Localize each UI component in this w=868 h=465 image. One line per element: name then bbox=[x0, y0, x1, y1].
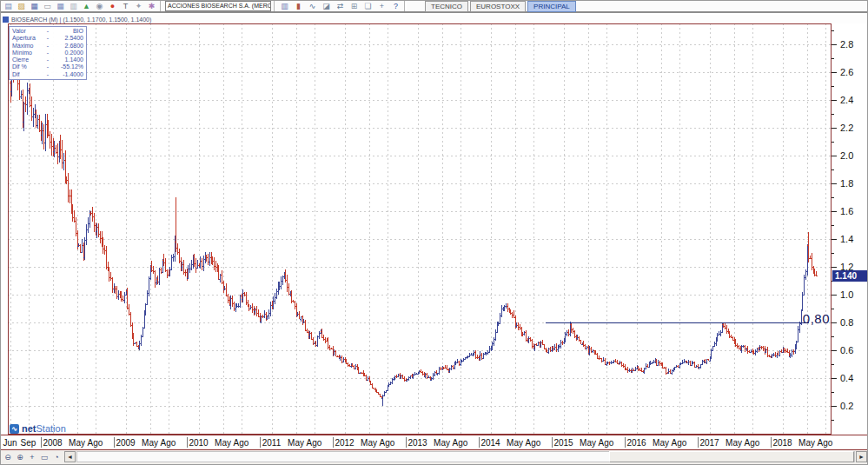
line-chart-icon[interactable]: ∿ bbox=[307, 1, 318, 11]
x-axis-label: May bbox=[653, 438, 669, 448]
x-axis-label: May bbox=[726, 438, 742, 448]
y-axis-label: 1.8 bbox=[840, 178, 866, 189]
info-value: -55.12% bbox=[54, 63, 83, 70]
x-axis-label: Ago bbox=[234, 438, 249, 448]
y-axis-tick bbox=[832, 378, 837, 379]
y-axis-tick bbox=[832, 239, 837, 240]
zoom-in-icon[interactable]: ⊕ bbox=[15, 452, 25, 462]
y-axis-label: 1.6 bbox=[840, 206, 866, 216]
zoom-out-icon[interactable]: ⊖ bbox=[3, 452, 13, 462]
y-axis-tick bbox=[832, 72, 837, 73]
netstation-logo: ∿ netStation bbox=[10, 423, 66, 434]
x-axis-year-separator bbox=[552, 437, 553, 448]
info-dash: - bbox=[42, 63, 54, 70]
link-icon[interactable]: ✱ bbox=[146, 1, 157, 11]
chart-icon-group: ▥▮∿◪⇄⊞❏+? bbox=[279, 1, 401, 11]
info-dash: - bbox=[42, 43, 54, 50]
open-folder-icon[interactable]: ▨ bbox=[16, 1, 27, 11]
tab-tecnico[interactable]: TECNICO bbox=[425, 1, 468, 12]
scroll-right-button[interactable]: ► bbox=[856, 451, 867, 462]
x-axis-label: 2017 bbox=[699, 438, 719, 448]
y-axis-tick bbox=[832, 364, 834, 365]
move-icon[interactable]: + bbox=[27, 452, 37, 462]
print-icon[interactable]: ▭ bbox=[42, 1, 53, 11]
alert-icon[interactable]: ● bbox=[107, 1, 118, 11]
x-axis-label: Ago bbox=[818, 438, 833, 448]
y-axis-tick bbox=[832, 197, 834, 198]
x-axis-year-separator bbox=[114, 437, 115, 448]
x-axis-label: May bbox=[69, 438, 85, 448]
support-line-label[interactable]: 0,80 bbox=[781, 311, 830, 326]
scroll-left-button[interactable]: ◄ bbox=[64, 451, 76, 462]
save-icon[interactable]: ▦ bbox=[29, 1, 40, 11]
tab-principal[interactable]: PRINCIPAL bbox=[527, 1, 576, 12]
info-row: Apertura-2.5400 bbox=[12, 35, 83, 42]
toolbar-separator bbox=[274, 1, 276, 11]
x-axis-label: 2015 bbox=[553, 438, 573, 448]
info-dash: - bbox=[42, 56, 54, 63]
x-axis-year-separator bbox=[479, 437, 480, 448]
y-axis-tick bbox=[832, 211, 837, 212]
x-axis-label: Ago bbox=[380, 438, 395, 448]
y-axis-tick bbox=[832, 156, 837, 156]
crosshair-icon[interactable]: + bbox=[376, 1, 388, 11]
price-chart[interactable] bbox=[8, 23, 832, 435]
copy-icon[interactable]: ▥ bbox=[68, 1, 79, 11]
area-chart-icon[interactable]: ◪ bbox=[321, 1, 332, 11]
info-label: Máximo bbox=[12, 43, 42, 50]
x-axis-label: May bbox=[288, 438, 304, 448]
zoom-back-icon[interactable]: ◔ bbox=[51, 452, 62, 462]
time-scrollbar-thumb[interactable] bbox=[609, 451, 854, 462]
y-axis-tick bbox=[832, 309, 834, 309]
chart-titlebar[interactable]: BIOSEARCH (M) | (1.1500, 1.1700, 1.1500,… bbox=[1, 15, 868, 23]
info-row: Máximo-2.6800 bbox=[12, 43, 83, 50]
y-axis-tick bbox=[832, 169, 834, 170]
layout-grid-icon[interactable]: ⊞ bbox=[348, 1, 360, 11]
x-axis-label: Ago bbox=[453, 438, 468, 448]
x-axis-year-separator bbox=[333, 437, 334, 448]
candles-icon[interactable]: ▮ bbox=[293, 1, 304, 11]
info-dash: - bbox=[42, 35, 54, 42]
comment-icon[interactable]: ❏ bbox=[362, 1, 374, 11]
netstation-logo-icon: ∿ bbox=[10, 424, 19, 434]
info-dash: - bbox=[42, 71, 54, 78]
save-as-icon[interactable]: ▦ bbox=[55, 1, 66, 11]
y-axis-tick bbox=[832, 267, 837, 268]
y-axis-label: 0.6 bbox=[840, 345, 866, 355]
info-value: 2.6800 bbox=[54, 43, 83, 50]
text-tool-icon[interactable]: T bbox=[120, 1, 131, 11]
x-axis-label: 2016 bbox=[626, 438, 646, 448]
x-axis-label: 2014 bbox=[480, 438, 500, 448]
y-axis-label: 2.4 bbox=[840, 95, 866, 105]
y-axis-tick bbox=[832, 420, 834, 421]
info-label: Valor bbox=[12, 28, 42, 35]
indicator-icon[interactable]: ✦ bbox=[133, 1, 144, 11]
y-axis-tick bbox=[832, 86, 834, 87]
info-label: Mínimo bbox=[12, 50, 42, 56]
y-axis-label: 2.0 bbox=[840, 150, 866, 161]
quote-info-box: Valor-BIOApertura-2.5400Máximo-2.6800Mín… bbox=[9, 26, 87, 80]
tab-eurostoxx[interactable]: EUROSTOXX bbox=[470, 1, 526, 12]
symbol-input[interactable]: ACCIONES BIOSEARCH S.A. (MERCADO CO bbox=[165, 1, 271, 11]
y-axis-tick bbox=[832, 406, 837, 407]
x-axis-label: Ago bbox=[599, 438, 614, 448]
x-axis-label: May bbox=[142, 438, 158, 448]
netstation-window: ▤▨▦▭▦▥▲◉●T✦✱ ACCIONES BIOSEARCH S.A. (ME… bbox=[0, 0, 868, 465]
new-chart-icon[interactable]: ▤ bbox=[3, 1, 14, 11]
info-value: 1.1400 bbox=[54, 56, 83, 63]
main-toolbar: ▤▨▦▭▦▥▲◉●T✦✱ ACCIONES BIOSEARCH S.A. (ME… bbox=[1, 1, 868, 13]
info-value: 0.2000 bbox=[54, 50, 83, 56]
globe-icon[interactable]: ◉ bbox=[94, 1, 105, 11]
bar-chart-icon[interactable]: ▥ bbox=[279, 1, 290, 11]
toolbar-separator bbox=[404, 1, 407, 11]
y-axis-tick bbox=[832, 253, 834, 254]
x-axis-year-separator bbox=[771, 437, 772, 448]
info-value: 2.5400 bbox=[54, 35, 83, 42]
chart-up-icon[interactable]: ▲ bbox=[81, 1, 92, 11]
zoom-area-icon[interactable]: ▭ bbox=[39, 452, 50, 462]
x-axis-year-separator bbox=[41, 437, 42, 448]
x-axis-year-separator bbox=[625, 437, 626, 448]
compare-icon[interactable]: ⇄ bbox=[335, 1, 346, 11]
x-axis-label: Ago bbox=[745, 438, 760, 448]
help-cursor-icon[interactable]: ? bbox=[390, 1, 401, 11]
